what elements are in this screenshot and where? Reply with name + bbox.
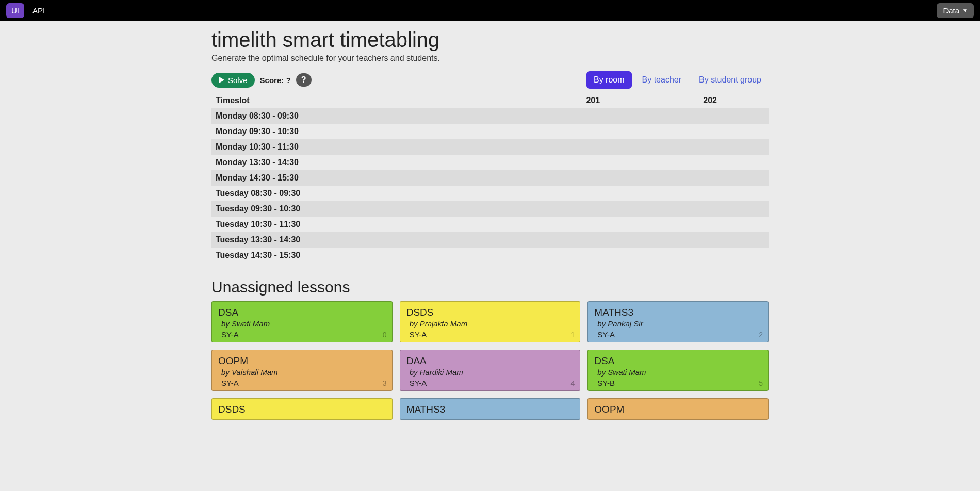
room-header-201: 201 [534, 93, 651, 108]
solve-button-label: Solve [228, 76, 248, 85]
lessons-grid: DSAby Swati MamSY-A0DSDSby Prajakta MamS… [211, 301, 769, 420]
lesson-id: 2 [759, 331, 763, 339]
lesson-group: SY-A [221, 330, 386, 339]
help-button[interactable]: ? [296, 73, 312, 87]
timeslot-label: Monday 09:30 - 10:30 [211, 124, 534, 139]
timetable-row: Monday 08:30 - 09:30 [211, 108, 769, 124]
lesson-subject: DSDS [218, 404, 386, 415]
timetable-cell[interactable] [534, 155, 651, 170]
timetable-row: Monday 10:30 - 11:30 [211, 139, 769, 155]
timetable-cell[interactable] [651, 248, 769, 263]
lesson-card[interactable]: DSDSby Prajakta MamSY-A1 [400, 301, 581, 342]
timetable-cell[interactable] [534, 139, 651, 155]
timetable-cell[interactable] [651, 186, 769, 201]
main-container: timelith smart timetabling Generate the … [211, 21, 769, 440]
timetable-cell[interactable] [651, 170, 769, 186]
lesson-subject: DSA [594, 355, 762, 367]
timetable: Timeslot 201 202 Monday 08:30 - 09:30Mon… [211, 93, 769, 263]
lesson-subject: DSDS [406, 307, 574, 318]
lesson-id: 5 [759, 379, 763, 387]
lesson-card[interactable]: DSAby Swati MamSY-A0 [211, 301, 393, 342]
timetable-cell[interactable] [534, 108, 651, 124]
lesson-group: SY-A [410, 379, 574, 387]
timetable-row: Monday 09:30 - 10:30 [211, 124, 769, 139]
timetable-cell[interactable] [651, 155, 769, 170]
timeslot-header: Timeslot [211, 93, 534, 108]
timeslot-label: Tuesday 09:30 - 10:30 [211, 201, 534, 217]
lesson-id: 4 [571, 379, 575, 387]
timetable-cell[interactable] [651, 217, 769, 232]
unassigned-title: Unassigned lessons [211, 279, 769, 296]
timeslot-label: Monday 10:30 - 11:30 [211, 139, 534, 155]
page-title: timelith smart timetabling [211, 28, 769, 52]
lesson-group: SY-A [597, 330, 762, 339]
lesson-id: 1 [571, 331, 575, 339]
lesson-subject: MATHS3 [406, 404, 574, 415]
timetable-cell[interactable] [651, 108, 769, 124]
timetable-header-row: Timeslot 201 202 [211, 93, 769, 108]
nav-ui-link[interactable]: UI [6, 3, 24, 18]
nav-data-label: Data [943, 6, 959, 15]
timeslot-label: Monday 08:30 - 09:30 [211, 108, 534, 124]
lesson-card[interactable]: DSAby Swati MamSY-B5 [587, 350, 769, 391]
timetable-row: Monday 14:30 - 15:30 [211, 170, 769, 186]
timetable-cell[interactable] [651, 139, 769, 155]
lesson-subject: MATHS3 [594, 307, 762, 318]
lesson-subject: DSA [218, 307, 386, 318]
room-header-202: 202 [651, 93, 769, 108]
timetable-row: Tuesday 10:30 - 11:30 [211, 217, 769, 232]
chevron-down-icon: ▼ [962, 8, 968, 13]
solve-button[interactable]: Solve [211, 73, 255, 88]
lesson-group: SY-B [597, 379, 762, 387]
view-tabs: By room By teacher By student group [586, 71, 769, 89]
lesson-card[interactable]: OOPM [587, 398, 769, 420]
timetable-cell[interactable] [534, 186, 651, 201]
lesson-id: 0 [383, 331, 387, 339]
controls-left: Solve Score: ? ? [211, 73, 312, 88]
score-label: Score: ? [260, 76, 291, 85]
navbar-left: UI API [6, 3, 45, 18]
timetable-cell[interactable] [534, 124, 651, 139]
timetable-cell[interactable] [534, 232, 651, 248]
nav-api-link[interactable]: API [32, 6, 45, 15]
timetable-row: Tuesday 14:30 - 15:30 [211, 248, 769, 263]
timetable-cell[interactable] [651, 201, 769, 217]
lesson-card[interactable]: MATHS3 [400, 398, 581, 420]
lesson-teacher: by Vaishali Mam [221, 368, 386, 377]
timetable-cell[interactable] [534, 201, 651, 217]
timeslot-label: Tuesday 10:30 - 11:30 [211, 217, 534, 232]
nav-data-dropdown[interactable]: Data ▼ [937, 3, 974, 18]
lesson-subject: DAA [406, 355, 574, 367]
lesson-teacher: by Swati Mam [221, 319, 386, 328]
timetable-cell[interactable] [651, 232, 769, 248]
lesson-card[interactable]: MATHS3by Pankaj SirSY-A2 [587, 301, 769, 342]
lesson-card[interactable]: DSDS [211, 398, 393, 420]
lesson-card[interactable]: DAAby Hardiki MamSY-A4 [400, 350, 581, 391]
timeslot-label: Tuesday 08:30 - 09:30 [211, 186, 534, 201]
lesson-teacher: by Swati Mam [597, 368, 762, 377]
timetable-cell[interactable] [651, 124, 769, 139]
timetable-cell[interactable] [534, 248, 651, 263]
lesson-subject: OOPM [218, 355, 386, 367]
timeslot-label: Tuesday 13:30 - 14:30 [211, 232, 534, 248]
lesson-card[interactable]: OOPMby Vaishali MamSY-A3 [211, 350, 393, 391]
controls-row: Solve Score: ? ? By room By teacher By s… [211, 71, 769, 89]
lesson-id: 3 [383, 379, 387, 387]
tab-by-teacher[interactable]: By teacher [635, 71, 689, 89]
lesson-group: SY-A [221, 379, 386, 387]
play-icon [219, 77, 225, 83]
timetable-cell[interactable] [534, 217, 651, 232]
timetable-cell[interactable] [534, 170, 651, 186]
lesson-teacher: by Hardiki Mam [410, 368, 574, 377]
page-subtitle: Generate the optimal schedule for your t… [211, 54, 769, 63]
timeslot-label: Tuesday 14:30 - 15:30 [211, 248, 534, 263]
timeslot-label: Monday 14:30 - 15:30 [211, 170, 534, 186]
lesson-teacher: by Prajakta Mam [410, 319, 574, 328]
timetable-row: Tuesday 13:30 - 14:30 [211, 232, 769, 248]
timeslot-label: Monday 13:30 - 14:30 [211, 155, 534, 170]
lesson-teacher: by Pankaj Sir [597, 319, 762, 328]
tab-by-student-group[interactable]: By student group [692, 71, 769, 89]
tab-by-room[interactable]: By room [586, 71, 632, 89]
timetable-row: Tuesday 08:30 - 09:30 [211, 186, 769, 201]
timetable-row: Monday 13:30 - 14:30 [211, 155, 769, 170]
